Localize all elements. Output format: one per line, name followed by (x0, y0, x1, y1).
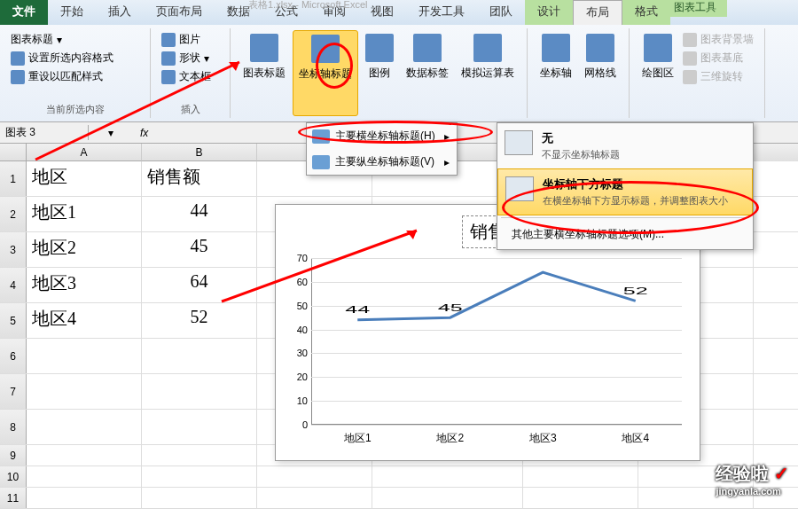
none-icon (505, 130, 533, 155)
cell[interactable] (142, 339, 257, 373)
cell[interactable]: 64 (142, 268, 257, 302)
tab-layout[interactable]: 布局 (573, 0, 622, 25)
shapes-icon (161, 51, 176, 66)
col-header-b[interactable]: B (142, 144, 257, 161)
cell[interactable] (142, 466, 257, 487)
cell[interactable] (142, 445, 257, 466)
horizontal-axis-title-item[interactable]: 主要横坐标轴标题(H)▸ (307, 123, 457, 149)
v-axis-icon (312, 155, 330, 169)
cell[interactable] (27, 488, 142, 508)
cell[interactable] (27, 445, 142, 466)
axes-button[interactable]: 坐标轴 (535, 30, 577, 116)
data-table-button[interactable]: 模拟运算表 (456, 30, 520, 116)
cell[interactable] (372, 466, 523, 487)
textbox-button[interactable]: 文本框 (158, 67, 223, 86)
chart-element-dropdown[interactable]: 图表标题 ▾ (7, 30, 143, 49)
cell[interactable]: 地区1 (27, 197, 142, 231)
cell[interactable]: 52 (142, 303, 257, 338)
row-header[interactable]: 6 (0, 339, 27, 373)
row-header[interactable]: 2 (0, 197, 27, 231)
plot-area-button[interactable]: 绘图区 (637, 30, 679, 116)
cell[interactable] (142, 410, 257, 444)
submenu-more-options[interactable]: 其他主要横坐标轴标题选项(M)... (497, 220, 753, 249)
cell[interactable]: 地区4 (27, 303, 142, 338)
data-table-icon (473, 34, 502, 62)
x-axis[interactable]: 地区1地区2地区3地区4 (311, 431, 682, 446)
row-header[interactable]: 10 (0, 466, 27, 487)
tab-page-layout[interactable]: 页面布局 (144, 0, 215, 25)
axes-icon (542, 34, 570, 62)
picture-button[interactable]: 图片 (158, 30, 223, 49)
select-all-corner[interactable] (0, 144, 27, 161)
cell[interactable]: 销售额 (142, 161, 257, 196)
cell[interactable] (142, 488, 257, 508)
cell[interactable] (27, 339, 142, 373)
data-labels-icon (413, 34, 442, 62)
cell[interactable]: 45 (142, 232, 257, 267)
tab-team[interactable]: 团队 (477, 0, 525, 25)
data-series-line[interactable]: 444552 (311, 258, 682, 425)
row-header[interactable]: 1 (0, 161, 27, 196)
cell[interactable] (27, 374, 142, 409)
cell[interactable] (523, 466, 638, 487)
chart-title-icon (250, 34, 278, 62)
cell[interactable] (27, 466, 142, 487)
row-header[interactable]: 9 (0, 445, 27, 466)
cell[interactable] (257, 466, 372, 487)
svg-text:44: 44 (345, 304, 370, 316)
cell[interactable] (142, 374, 257, 409)
vertical-axis-title-item[interactable]: 主要纵坐标轴标题(V)▸ (307, 149, 457, 175)
cell[interactable] (257, 488, 372, 508)
legend-button[interactable]: 图例 (360, 30, 399, 116)
row-header[interactable]: 5 (0, 303, 27, 338)
cell[interactable] (372, 488, 523, 508)
shapes-button[interactable]: 形状 ▾ (158, 49, 223, 67)
window-title: 表格1.xlsx - Microsoft Excel (248, 0, 367, 12)
axis-titles-button[interactable]: 坐标轴标题 (293, 30, 358, 116)
chart-title-button[interactable]: 图表标题 (238, 30, 291, 116)
axis-titles-dropdown: 主要横坐标轴标题(H)▸ 主要纵坐标轴标题(V)▸ (306, 122, 458, 176)
row-header[interactable]: 4 (0, 268, 27, 302)
submenu-below-axis[interactable]: 坐标轴下方标题 在横坐标轴下方显示标题，并调整图表大小 (497, 168, 753, 215)
separator (501, 217, 749, 218)
horizontal-axis-submenu: 无 不显示坐标轴标题 坐标轴下方标题 在横坐标轴下方显示标题，并调整图表大小 其… (497, 122, 754, 250)
fx-label[interactable]: fx (133, 127, 155, 139)
group-background: 绘图区 图表背景墙 图表基底 三维旋转 (630, 28, 765, 118)
gridlines-icon (586, 34, 614, 62)
cell[interactable] (523, 488, 638, 508)
name-box[interactable]: 图表 3 (0, 125, 89, 140)
chart-wall-button: 图表背景墙 (679, 30, 757, 49)
gridlines-button[interactable]: 网格线 (579, 30, 622, 116)
tab-file[interactable]: 文件 (0, 0, 48, 25)
row-header[interactable]: 8 (0, 410, 27, 444)
y-axis[interactable]: 010203040506070 (285, 258, 309, 425)
format-selection-button[interactable]: 设置所选内容格式 (7, 49, 143, 67)
cell[interactable]: 地区3 (27, 268, 142, 302)
tab-home[interactable]: 开始 (48, 0, 96, 25)
col-header-a[interactable]: A (27, 144, 142, 161)
cell[interactable] (27, 410, 142, 444)
tab-insert[interactable]: 插入 (96, 0, 144, 25)
svg-text:52: 52 (623, 285, 648, 296)
tab-developer[interactable]: 开发工具 (406, 0, 477, 25)
tab-design[interactable]: 设计 (525, 0, 573, 25)
data-labels-button[interactable]: 数据标签 (401, 30, 454, 116)
row-header[interactable]: 11 (0, 488, 27, 508)
below-icon (505, 176, 534, 201)
cell[interactable]: 地区2 (27, 232, 142, 267)
row-header[interactable]: 7 (0, 374, 27, 409)
plot-area-icon (644, 34, 672, 62)
svg-text:45: 45 (438, 301, 463, 313)
rotation-3d-button: 三维旋转 (679, 67, 757, 86)
wall-icon (683, 33, 697, 47)
plot-area[interactable]: 010203040506070 444552 地区1地区2地区3地区4 (311, 258, 682, 425)
group-axes: 坐标轴 网格线 (528, 28, 630, 118)
cell[interactable]: 44 (142, 197, 257, 231)
row-header[interactable]: 3 (0, 232, 27, 267)
submenu-none[interactable]: 无 不显示坐标轴标题 (497, 123, 753, 168)
reset-style-button[interactable]: 重设以匹配样式 (7, 67, 143, 86)
h-axis-icon (312, 129, 330, 144)
rotation-icon (683, 70, 697, 84)
watermark: 经验啦 ✓ jingyanla.com (716, 462, 789, 497)
cell[interactable]: 地区 (27, 161, 142, 196)
